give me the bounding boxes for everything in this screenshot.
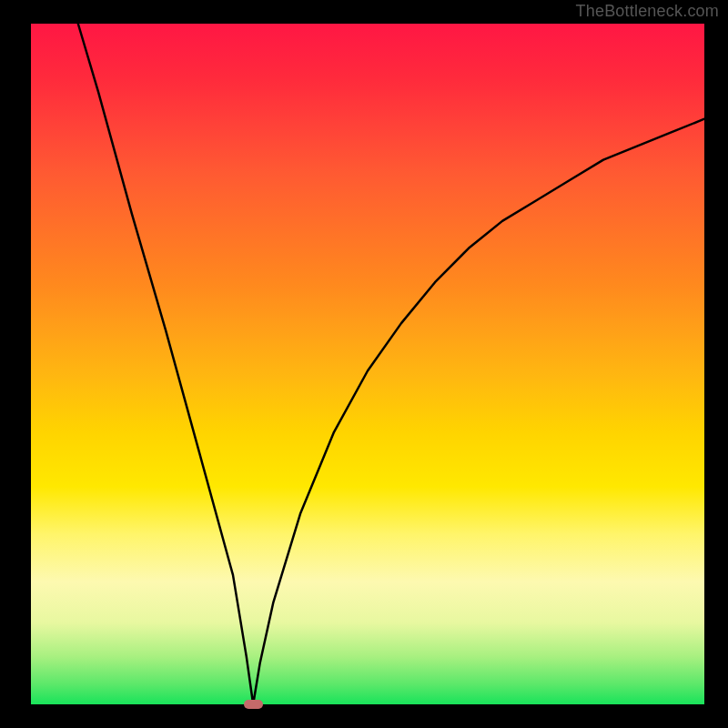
chart-container: TheBottleneck.com: [0, 0, 728, 728]
minimum-marker: [244, 700, 263, 709]
bottleneck-curve: [0, 0, 728, 728]
